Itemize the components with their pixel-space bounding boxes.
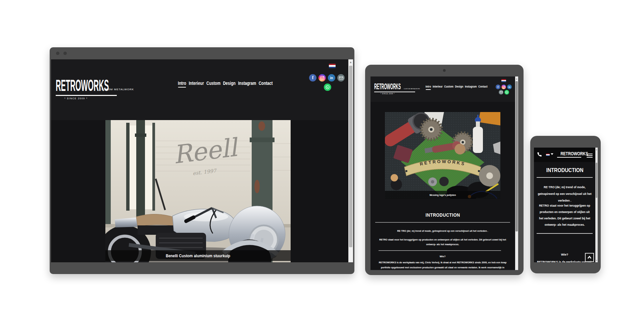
desktop-scrollbar-thumb[interactable] <box>349 66 352 247</box>
section-title: INTRODUCTION <box>379 212 506 218</box>
scroll-up-arrow[interactable]: ▲ <box>595 148 598 151</box>
who-text: RETROWORKS is de werkplaats van mij, Chr… <box>378 260 507 270</box>
window-dot-1[interactable] <box>56 52 59 55</box>
instagram-icon[interactable] <box>318 74 326 82</box>
nav-contact[interactable]: Contact <box>478 85 488 90</box>
tablet-site-header: RETROWORKS CUSTOM METALWORK * SINCE 2009… <box>370 76 515 102</box>
who-title: Wie? <box>379 255 506 258</box>
brand-tagline: CUSTOM METALWORK <box>404 88 420 90</box>
brand-block[interactable]: RETROWORKS CUSTOM METALWORK * SINCE 2009… <box>374 83 418 91</box>
scroll-up-arrow[interactable]: ▲ <box>348 61 353 64</box>
slide-caption-bar: Messing logo's polijsten <box>385 191 500 199</box>
brand-underline <box>56 95 117 96</box>
facebook-icon[interactable]: f <box>496 85 500 89</box>
chevron-down-icon[interactable] <box>551 153 553 155</box>
email-icon[interactable] <box>337 74 345 82</box>
slide-caption: Messing logo's polijsten <box>430 194 456 197</box>
nav-intro[interactable]: Intro <box>178 80 186 88</box>
intro-paragraph-2: RETRO staat voor het teruggrijpen op pro… <box>537 203 592 228</box>
nav-contact[interactable]: Contact <box>259 80 273 88</box>
desktop-browser-screen: RETROWORKS CUSTOM METALWORK * SINCE 2009… <box>51 59 353 262</box>
phone-call-icon[interactable] <box>537 152 542 158</box>
nav-instagram[interactable]: Instagram <box>465 85 477 90</box>
section-title: INTRODUCTION <box>537 167 593 174</box>
tablet-scrollbar-thumb[interactable] <box>515 81 518 231</box>
tablet-mockup: RETROWORKS CUSTOM METALWORK * SINCE 2009… <box>365 65 524 275</box>
slide-caption: Benelli Custom aluminium stuurkuip <box>166 253 230 258</box>
instagram-icon[interactable] <box>501 85 506 89</box>
tablet-scrollbar[interactable]: ▲ <box>515 76 518 270</box>
linkedin-icon[interactable]: in <box>328 74 335 82</box>
brand-logo: RETROWORKS <box>374 83 401 91</box>
main-nav: Intro Interieur Custom Design Instagram … <box>178 80 273 88</box>
slide-photo-benelli: Reell est. 1997 <box>105 120 291 262</box>
responsive-preview-canvas: RETROWORKS CUSTOM METALWORK * SINCE 2009… <box>0 0 644 322</box>
brand-since: * SINCE 2009 * <box>56 97 96 100</box>
who-title: Wie? <box>537 253 592 256</box>
email-icon[interactable] <box>499 90 503 95</box>
window-dot-2[interactable] <box>63 52 67 55</box>
main-nav: Intro Interieur Custom Design Instagram … <box>426 85 488 90</box>
linkedin-icon[interactable]: in <box>507 85 512 89</box>
nav-interieur[interactable]: Interieur <box>433 85 443 90</box>
phone-topbar: RETROWORKS <box>534 148 595 162</box>
scroll-up-arrow[interactable]: ▲ <box>515 77 518 80</box>
site-header: RETROWORKS CUSTOM METALWORK * SINCE 2009… <box>51 59 348 120</box>
nav-design[interactable]: Design <box>223 80 236 88</box>
brand-logo: RETROWORKS <box>56 77 109 94</box>
scroll-down-arrow[interactable]: ▼ <box>595 259 598 262</box>
section-divider <box>537 177 593 178</box>
tablet-camera-dot <box>443 69 446 72</box>
whatsapp-icon[interactable] <box>324 84 331 91</box>
brand-underline <box>374 92 415 92</box>
nav-design[interactable]: Design <box>455 85 463 90</box>
intro-paragraph-1: RE·TRO (de; m) trend of mode, geïnspiree… <box>379 230 506 232</box>
brand-tagline: CUSTOM METALWORK <box>99 88 134 91</box>
scroll-to-top-button[interactable] <box>585 253 594 262</box>
brand-logo[interactable]: RETROWORKS <box>557 151 581 158</box>
slide-photo-workbench: RETROWORKS <box>385 112 500 199</box>
brand-block[interactable]: RETROWORKS CUSTOM METALWORK * SINCE 2009… <box>56 77 123 94</box>
language-flag-nl-icon[interactable] <box>546 154 550 156</box>
facebook-icon[interactable]: f <box>309 74 316 82</box>
nav-instagram[interactable]: Instagram <box>238 80 256 88</box>
tablet-hero-slide[interactable]: RETROWORKS Messing logo's polijsten <box>385 112 500 199</box>
language-flag-nl-icon[interactable] <box>501 79 506 82</box>
phone-scrollbar-thumb[interactable] <box>596 163 597 198</box>
nav-intro[interactable]: Intro <box>426 85 431 90</box>
desktop-scrollbar[interactable]: ▲ <box>348 59 353 262</box>
brand-since: * SINCE 2009 * <box>374 93 401 95</box>
section-divider-2 <box>379 250 501 251</box>
intro-paragraph-2: RETRO staat voor het teruggrijpen op pro… <box>379 237 506 247</box>
desktop-mockup: RETROWORKS CUSTOM METALWORK * SINCE 2009… <box>50 47 354 274</box>
phone-mockup: RETROWORKS INTRODUCTION RE·TRO (de; m) t… <box>530 136 601 273</box>
nav-interieur[interactable]: Interieur <box>189 80 204 88</box>
nav-custom[interactable]: Custom <box>206 80 220 88</box>
slide-caption-bar: Benelli Custom aluminium stuurkuip <box>105 250 291 261</box>
tablet-screen: RETROWORKS CUSTOM METALWORK * SINCE 2009… <box>370 76 518 270</box>
section-divider <box>375 222 510 223</box>
language-flag-nl-icon[interactable] <box>329 64 336 68</box>
whatsapp-icon[interactable] <box>504 90 509 95</box>
hero-slide[interactable]: Reell est. 1997 <box>105 120 291 262</box>
phone-screen: RETROWORKS INTRODUCTION RE·TRO (de; m) t… <box>534 148 598 262</box>
hamburger-menu-icon[interactable] <box>587 153 593 159</box>
section-divider-2 <box>537 233 593 234</box>
phone-scrollbar[interactable]: ▲ ▼ <box>595 148 598 262</box>
intro-paragraph-1: RE·TRO (de; m) trend of mode, geïnspiree… <box>537 184 592 204</box>
nav-custom[interactable]: Custom <box>444 85 453 90</box>
